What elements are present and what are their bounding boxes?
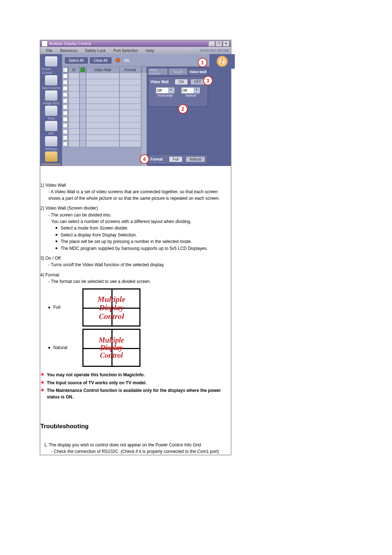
row-checkbox[interactable] [63,86,68,91]
idle-indicator-icon [116,58,120,62]
doc-item-3-sub: - Turns on/off the Video Wall function o… [48,262,231,268]
trouble-item-1: 1. The display you wish to control does … [44,442,231,448]
col-id: ID [69,66,79,73]
sidebar-item-time[interactable]: Time [42,106,61,120]
callout-3: 3 [203,76,213,85]
sidebar-item-label: Maintenance [42,162,61,166]
col-format: Format [119,66,141,73]
troubleshooting-heading: Troubleshooting [40,422,231,431]
format-natural-image: MultipleDisplayControl [82,329,140,367]
vertical-select[interactable]: Off▾ [181,87,200,94]
table-row[interactable] [62,85,141,92]
table-row[interactable] [62,98,141,104]
callout-2: 2 [178,104,188,114]
row-checkbox[interactable] [63,74,68,78]
tab-video-wall[interactable]: Video Wall [188,68,208,75]
sidebar-item-maintenance[interactable]: Maintenance [42,151,61,166]
grid-scrollbar[interactable] [141,66,147,166]
callout-1: 1 [198,58,207,67]
format-label: Format [151,157,166,161]
sidebar-item-label: Power Control [42,67,61,74]
table-row[interactable] [62,141,141,147]
table-row[interactable] [62,122,141,129]
row-checkbox[interactable] [63,80,68,85]
col-power [79,66,86,73]
status-bar: ! [209,54,235,69]
restore-button[interactable]: ❐ [216,41,222,46]
row-checkbox[interactable] [63,98,68,103]
table-row[interactable] [62,116,141,122]
minimize-button[interactable]: _ [208,41,215,46]
table-row[interactable] [62,110,141,116]
format-natural-button[interactable]: Natural [185,156,205,162]
doc-item-4-sub: - The format can be selected to see a di… [48,279,231,285]
table-row[interactable] [62,104,141,110]
image-size-icon [45,90,57,101]
sidebar-item-power-control[interactable]: Power Control [42,56,61,74]
format-full-button[interactable]: Full [169,156,183,162]
maintenance-icon [45,151,57,162]
row-checkbox[interactable] [63,142,68,146]
doc-item-2-bul3: The place will be set up by pressing a n… [56,239,231,245]
sidebar-item-pip[interactable]: PIP [42,121,61,135]
sidebar-item-settings[interactable]: Settings [42,136,61,151]
tab-lamp-control[interactable]: Lamp Control [148,68,168,75]
display-grid: ID Video Wall Format [62,66,141,166]
row-checkbox[interactable] [63,117,68,122]
row-checkbox[interactable] [63,129,68,134]
tab-scroll[interactable]: Scroll [168,68,188,75]
time-icon [45,106,57,116]
clear-all-button[interactable]: Clear All [90,57,111,64]
sidebar-item-label: Image Size [43,101,59,105]
list-toolbar: Select All Clear All Idle [62,54,209,66]
close-button[interactable]: ✕ [223,41,229,46]
sidebar: Power Control Input Source Image Size Ti… [40,54,62,166]
table-row[interactable] [62,79,141,85]
horizontal-select[interactable]: Off▾ [156,87,175,94]
sidebar-item-input-source[interactable]: Input Source [42,75,61,90]
doc-item-2-bul4: The MDC program supplied by Samsung supp… [56,246,231,252]
power-on-icon [81,68,85,72]
table-row[interactable] [62,73,141,79]
video-wall-on-button[interactable]: ON [175,79,188,85]
brand-label: SAMSUNG DIGITall [200,49,229,52]
app-body: Power Control Input Source Image Size Ti… [40,54,231,166]
titlebar: ▣ Multiple Display Control _ ❐ ✕ [40,40,231,47]
row-checkbox[interactable] [63,92,68,97]
menu-port-selection[interactable]: Port Selection [110,48,142,53]
mdc-app-window: ▣ Multiple Display Control _ ❐ ✕ File Re… [40,40,231,455]
app-icon: ▣ [42,41,48,46]
row-checkbox[interactable] [63,111,68,116]
maintenance-tabs: Lamp Control Scroll Video Wall [148,68,208,75]
horizontal-value: Off [157,89,162,93]
callout-4: 4 [140,154,149,164]
menu-remocon[interactable]: Remocon [57,48,81,53]
select-all-button[interactable]: Select All [65,57,88,64]
trouble-item-1-sub: - Check the connection of RS232C. (Check… [51,449,231,455]
menu-help[interactable]: Help [142,48,158,53]
row-checkbox[interactable] [63,123,68,128]
row-checkbox[interactable] [63,135,68,140]
doc-item-1-head: 1) Video Wall [40,182,231,189]
menu-file[interactable]: File [42,48,57,53]
doc-item-3-head: 3) On / Off [40,255,231,262]
menu-safety-lock[interactable]: Safety Lock [81,48,110,53]
doc-item-2-head: 2) Video Wall (Screen divider) [40,205,231,211]
sidebar-item-label: Settings [45,147,57,151]
table-row[interactable] [62,92,141,98]
format-group: 4 Format Full Natural [148,154,208,165]
scroll-up-icon[interactable] [142,66,147,72]
header-checkbox[interactable] [63,68,68,72]
doc-item-2-bul1: Select a mode from Screen divider. [56,225,231,231]
row-checkbox[interactable] [63,105,68,109]
sidebar-item-image-size[interactable]: Image Size [42,90,61,105]
main-panel: Select All Clear All Idle ID Video Wall … [62,54,209,166]
menubar: File Remocon Safety Lock Port Selection … [40,47,231,54]
table-row[interactable] [62,129,141,135]
pip-icon [45,121,57,131]
col-checkbox [62,66,69,73]
table-row[interactable] [62,135,141,141]
vertical-label: Vertical [180,94,201,97]
note-tv-source: The Input source of TV works only on TV … [40,380,231,386]
sidebar-item-label: PIP [49,132,54,135]
